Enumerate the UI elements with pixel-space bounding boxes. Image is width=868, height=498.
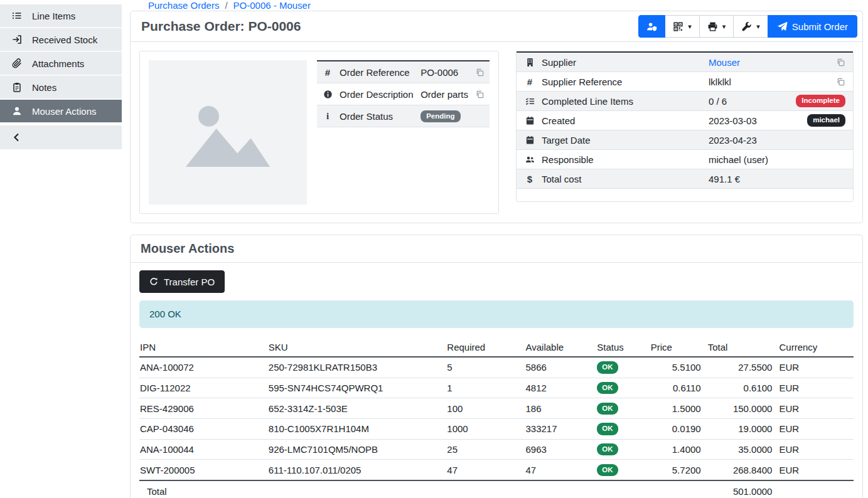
user-icon — [11, 106, 23, 116]
required-cell: 1000 — [446, 418, 525, 439]
total-cell: 150.0000 — [707, 398, 779, 419]
mouser-actions-panel: Mouser Actions Transfer PO 200 OK IPNSKU… — [130, 235, 863, 498]
status-cell: OK — [596, 439, 650, 460]
panel-title-row: Mouser Actions — [131, 235, 862, 263]
available-cell: 333217 — [525, 418, 597, 439]
sidebar-item-attachments[interactable]: Attachments — [0, 52, 122, 76]
panel-title: Mouser Actions — [141, 241, 234, 256]
image-placeholder-icon — [181, 94, 274, 171]
copy-icon[interactable] — [475, 68, 485, 77]
required-cell: 1 — [446, 378, 525, 398]
ok-badge: OK — [597, 403, 618, 415]
currency-cell: EUR — [778, 398, 854, 419]
po-details-row: #Order ReferencePO-0006Order Description… — [131, 42, 862, 223]
sku-cell: 250-72981KLRATR150B3 — [268, 357, 447, 378]
copy-icon[interactable] — [475, 90, 485, 99]
ipn-cell: SWT-200005 — [139, 460, 268, 480]
ipn-cell: DIG-112022 — [139, 378, 268, 398]
supplier-link[interactable]: Mouser — [709, 57, 740, 68]
price-cell: 1.5000 — [650, 398, 707, 419]
list-check-icon — [524, 97, 535, 106]
sidebar-item-label: Mouser Actions — [32, 106, 97, 117]
supplier-summary-card: SupplierMouser#Supplier Referencelklklkl… — [516, 51, 854, 202]
detail-label: Completed Line Items — [542, 96, 702, 107]
footer-empty-cell — [268, 480, 447, 498]
footer-empty-cell — [525, 480, 597, 498]
supplier-detail-row-total-cost: $Total cost491.1 € — [517, 169, 853, 189]
price-cell: 0.0190 — [650, 418, 707, 439]
ok-badge: OK — [597, 443, 618, 455]
available-cell: 4812 — [525, 378, 597, 398]
status-cell: OK — [596, 398, 650, 419]
michael-badge: michael — [807, 114, 845, 126]
order-detail-row-order-reference: #Order ReferencePO-0006 — [317, 61, 490, 83]
detail-label: Supplier — [542, 57, 702, 68]
paper-plane-icon — [777, 21, 788, 32]
column-header-ipn: IPN — [139, 338, 268, 357]
list-icon — [11, 11, 23, 21]
footer-empty-cell — [596, 480, 650, 498]
detail-label: Order Reference — [340, 67, 414, 78]
sku-cell: 611-110.107.011/0205 — [268, 460, 447, 480]
copy-icon[interactable] — [836, 58, 845, 67]
info-circle-icon — [322, 90, 333, 99]
line-items-table: IPNSKURequiredAvailableStatusPriceTotalC… — [139, 338, 854, 498]
detail-value: 491.1 € — [709, 174, 740, 184]
supplier-detail-row-completed-line-items: Completed Line Items0 / 6Incomplete — [517, 92, 853, 111]
button-label: Submit Order — [792, 21, 848, 32]
ok-badge: OK — [597, 423, 618, 435]
sidebar-collapse-button[interactable] — [0, 125, 122, 149]
barcode-actions-button[interactable]: ▾ — [665, 15, 700, 38]
pending-badge: Pending — [421, 110, 460, 122]
currency-cell: EUR — [778, 418, 854, 439]
footer-empty-cell — [778, 480, 854, 498]
ipn-cell: ANA-100044 — [139, 439, 268, 460]
sku-cell: 652-3314Z-1-503E — [268, 398, 447, 419]
available-cell: 47 — [525, 460, 597, 480]
sidebar-item-label: Line Items — [32, 11, 75, 21]
detail-label: Order Description — [340, 89, 414, 100]
status-alert: 200 OK — [139, 300, 854, 328]
user-shield-icon — [646, 21, 657, 32]
ok-badge: OK — [597, 464, 618, 476]
paperclip-icon — [11, 58, 23, 68]
sidebar-item-received-stock[interactable]: Received Stock — [0, 28, 122, 52]
printer-icon — [707, 21, 718, 32]
ipn-cell: CAP-043046 — [139, 418, 268, 439]
footer-empty-cell — [446, 480, 525, 498]
panel-body: Transfer PO 200 OK IPNSKURequiredAvailab… — [131, 263, 862, 498]
user-roles-button[interactable] — [638, 15, 665, 38]
dollar-icon: $ — [524, 174, 535, 184]
breadcrumb-link-current-order[interactable]: PO-0006 - Mouser — [233, 0, 311, 11]
print-actions-button[interactable]: ▾ — [699, 15, 734, 38]
available-cell: 5866 — [525, 357, 597, 378]
supplier-detail-row-supplier-reference: #Supplier Referencelklklkl — [517, 72, 853, 92]
copy-icon[interactable] — [836, 77, 845, 87]
caret-down-icon: ▾ — [722, 23, 726, 30]
line-item-row: RES-429006652-3314Z-1-503E100186OK1.5000… — [139, 398, 854, 419]
order-actions-button[interactable]: ▾ — [733, 15, 768, 38]
supplier-details-table: SupplierMouser#Supplier Referencelklklkl… — [517, 51, 853, 189]
sidebar-item-label: Received Stock — [32, 34, 97, 45]
sidebar-item-notes[interactable]: Notes — [0, 76, 122, 100]
column-header-price: Price — [650, 338, 707, 357]
po-header-panel: Purchase Order: PO-0006 ▾▾▾Submit Order … — [130, 11, 863, 223]
transfer-po-button[interactable]: Transfer PO — [139, 270, 225, 293]
sidebar-item-mouser-actions[interactable]: Mouser Actions — [0, 100, 122, 124]
ipn-cell: ANA-100072 — [139, 357, 268, 378]
chevron-left-icon — [11, 132, 23, 142]
line-item-row: DIG-112022595-SN74HCS74QPWRQ114812OK0.61… — [139, 378, 854, 398]
breadcrumb-separator: / — [225, 0, 227, 11]
sidebar-item-line-items[interactable]: Line Items — [0, 4, 122, 28]
column-header-sku: SKU — [268, 338, 447, 357]
order-detail-row-order-description: Order DescriptionOrder parts — [317, 83, 490, 105]
available-cell: 6963 — [525, 439, 597, 460]
footer-empty-cell — [650, 480, 707, 498]
submit-order-button[interactable]: Submit Order — [768, 15, 857, 38]
sidebar: Line ItemsReceived StockAttachmentsNotes… — [0, 0, 122, 498]
detail-label: Created — [542, 115, 702, 126]
detail-label: Total cost — [542, 174, 702, 184]
sidebar-items: Line ItemsReceived StockAttachmentsNotes… — [0, 4, 122, 124]
breadcrumb-link-purchase-orders[interactable]: Purchase Orders — [148, 0, 219, 11]
part-thumbnail[interactable] — [149, 60, 307, 204]
